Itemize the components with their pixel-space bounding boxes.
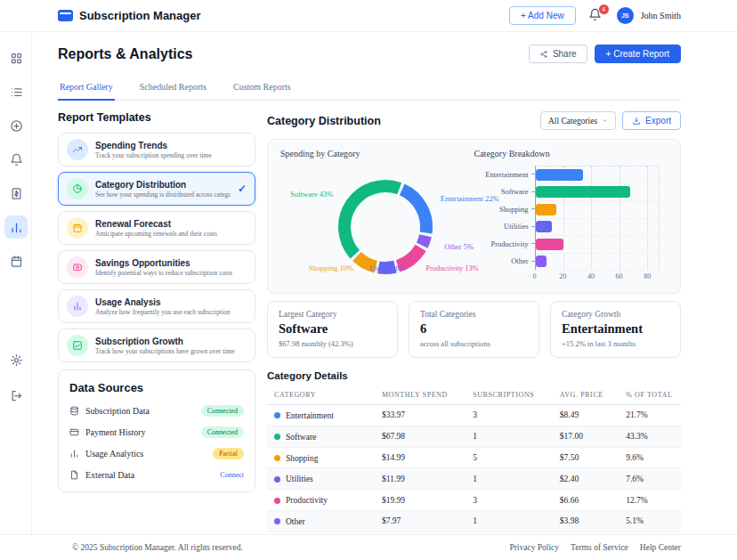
cell-subscriptions: 5 <box>466 447 553 468</box>
chevron-down-icon <box>602 118 608 124</box>
gridline <box>659 166 660 270</box>
template-desc: See how your spending is distributed acr… <box>95 191 231 199</box>
template-text: Usage AnalysisAnalyze how frequently you… <box>95 297 231 316</box>
template-desc: Identify potential ways to reduce subscr… <box>95 269 232 277</box>
template-card-savings-opportunities[interactable]: Savings OpportunitiesIdentify potential … <box>58 250 255 284</box>
cell-subscriptions: 1 <box>466 511 553 532</box>
bar-chart-icon <box>69 449 79 459</box>
template-card-usage-analysis[interactable]: Usage AnalysisAnalyze how frequently you… <box>58 289 255 323</box>
cell-monthly-spend: $19.99 <box>375 490 466 511</box>
share-label: Share <box>553 49 577 59</box>
bar-label-other: Other <box>478 253 535 271</box>
sidebar-item-billing[interactable] <box>4 182 28 205</box>
template-desc: Anticipate upcoming renewals and their c… <box>95 230 217 238</box>
cell-subscriptions: 1 <box>466 426 553 447</box>
template-card-subscription-growth[interactable]: Subscription GrowthTrack how your subscr… <box>58 329 255 362</box>
bar-software <box>536 186 631 198</box>
data-source-label: External Data <box>85 470 134 480</box>
data-source-payment-history: Payment HistoryConnected <box>69 426 244 438</box>
bar-chart: EntertainmentSoftwareShoppingUtilitiesPr… <box>474 166 668 283</box>
avatar[interactable]: JS <box>617 7 634 24</box>
growth-chart-icon <box>67 335 88 356</box>
cell-subscriptions: 3 <box>466 405 553 426</box>
category-filter-select[interactable]: All Categories <box>540 111 616 130</box>
template-card-renewal-forecast[interactable]: Renewal ForecastAnticipate upcoming rene… <box>58 211 255 245</box>
bar-row-shopping <box>536 201 660 219</box>
cell-category: Entertainment <box>267 405 375 426</box>
tab-bar: Report GalleryScheduled ReportsCustom Re… <box>58 76 681 101</box>
column-header-subscriptions: Subscriptions <box>466 386 553 405</box>
pie-chart-icon <box>67 178 88 199</box>
bar-chart-x-ticks: 020406080 <box>535 272 660 283</box>
billing-icon <box>10 187 23 200</box>
growth-chart-icon <box>72 340 83 351</box>
data-source-label: Usage Analytics <box>85 449 143 459</box>
cell-monthly-spend: $11.99 <box>375 468 466 490</box>
report-title: Category Distribution <box>267 115 381 127</box>
sidebar-item-add[interactable] <box>4 114 28 137</box>
footer-link-terms-of-service[interactable]: Terms of Service <box>571 543 628 552</box>
sidebar-item-logout[interactable] <box>4 384 28 407</box>
template-card-category-distribution[interactable]: Category DistributionSee how your spendi… <box>58 172 255 206</box>
template-card-spending-trends[interactable]: Spending TrendsTrack your subscription s… <box>58 133 255 166</box>
footer-link-help-center[interactable]: Help Center <box>640 543 681 552</box>
table-row-entertainment: Entertainment$33.973$8.4921.7% <box>267 405 681 426</box>
category-dot <box>274 434 280 440</box>
sidebar-item-settings[interactable] <box>4 348 28 371</box>
stat-card-total-categories: Total Categories6across all subscription… <box>409 301 539 358</box>
x-tick-label: 0 <box>533 272 537 280</box>
bar-row-other <box>536 254 660 272</box>
donut-slice-entertainment <box>402 190 426 233</box>
cell-category: Utilities <box>267 468 375 490</box>
footer-link-privacy-policy[interactable]: Privacy Policy <box>509 543 559 552</box>
sidebar-item-dashboard[interactable] <box>4 46 28 69</box>
bar-other <box>536 256 547 267</box>
bar-plot-wrap: 020406080 <box>535 166 668 283</box>
sidebar-item-notifications[interactable] <box>4 148 28 171</box>
donut-chart-section: Spending by Category Entertainment 22%Ot… <box>280 149 474 284</box>
pie-chart-icon <box>72 183 83 194</box>
app-window: Subscription Manager + Add New 4 JS John… <box>0 0 737 560</box>
sidebar-item-reports[interactable] <box>4 215 28 239</box>
create-report-button[interactable]: + Create Report <box>595 45 681 63</box>
template-text: Savings OpportunitiesIdentify potential … <box>95 258 232 277</box>
check-icon: ✓ <box>238 183 247 195</box>
template-title: Renewal Forecast <box>95 219 217 229</box>
cell-category: Software <box>267 426 375 447</box>
export-button[interactable]: Export <box>622 111 681 130</box>
cell-category: Productivity <box>267 490 375 511</box>
sidebar-item-subscriptions[interactable] <box>4 80 28 103</box>
content-columns: Report Templates Spending TrendsTrack yo… <box>58 111 681 532</box>
template-title: Subscription Growth <box>95 337 235 346</box>
category-details-table: CategoryMonthly SpendSubscriptionsAvg. P… <box>267 386 681 532</box>
notifications-bell[interactable]: 4 <box>588 8 604 24</box>
bar-row-software <box>536 184 660 202</box>
calendar-icon <box>72 223 83 233</box>
cell-pct-of-total: 12.7% <box>619 490 681 511</box>
bar-row-entertainment <box>536 166 660 184</box>
sidebar-item-calendar[interactable] <box>4 249 28 272</box>
x-tick-label: 60 <box>616 272 623 280</box>
page-head: Reports & Analytics Share + Create Repor… <box>58 45 681 63</box>
list-icon <box>10 85 23 99</box>
bar-utilities <box>536 221 553 232</box>
stats-row: Largest CategorySoftware$67.98 monthly (… <box>267 301 681 358</box>
x-tick-label: 80 <box>644 272 651 280</box>
template-title: Spending Trends <box>95 141 212 150</box>
donut-slice-software <box>344 186 400 255</box>
data-source-label: Payment History <box>85 427 146 437</box>
add-new-button[interactable]: + Add New <box>509 6 576 25</box>
page-actions: Share + Create Report <box>529 45 681 63</box>
dashboard-icon <box>10 52 23 65</box>
app-logo: Subscription Manager <box>58 9 201 22</box>
tab-report-gallery[interactable]: Report Gallery <box>58 76 115 101</box>
data-source-status[interactable]: Connect <box>214 469 244 481</box>
cell-monthly-spend: $33.97 <box>375 405 466 426</box>
tab-custom-reports[interactable]: Custom Reports <box>231 76 293 101</box>
share-button[interactable]: Share <box>529 45 587 63</box>
table-row-utilities: Utilities$11.991$2.407.6% <box>267 468 681 490</box>
bar-label-productivity: Productivity <box>478 235 535 253</box>
tab-scheduled-reports[interactable]: Scheduled Reports <box>138 76 208 101</box>
cell-avg-price: $7.50 <box>553 447 619 468</box>
report-header: Category Distribution All Categories Exp… <box>267 111 681 130</box>
